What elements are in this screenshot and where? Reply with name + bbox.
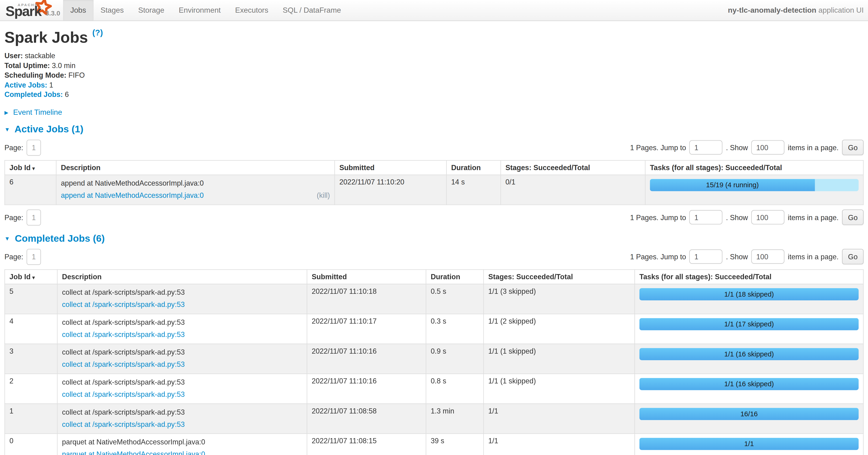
collapse-right-icon: ▶ — [4, 109, 8, 115]
col-header-duration[interactable]: Duration — [426, 269, 484, 284]
tab-executors[interactable]: Executors — [228, 0, 275, 21]
progress-fill: 1/1 — [640, 438, 859, 450]
col-header-stages-succeeded-total[interactable]: Stages: Succeeded/Total — [501, 160, 645, 175]
go-button[interactable]: Go — [842, 209, 864, 225]
description-text: collect at /spark-scripts/spark-ad.py:53 — [62, 288, 302, 297]
duration-cell: 1.3 min — [426, 403, 484, 433]
progress-fill: 1/1 (16 skipped) — [640, 377, 859, 390]
col-header-stages-succeeded-total[interactable]: Stages: Succeeded/Total — [484, 269, 635, 284]
tab-jobs[interactable]: Jobs — [63, 0, 93, 21]
application-title: ny-tlc-anomaly-detection application UI — [728, 0, 864, 21]
kill-link[interactable]: (kill) — [317, 191, 330, 200]
col-header-description[interactable]: Description — [57, 269, 307, 284]
page-number-box[interactable]: 1 — [27, 249, 41, 264]
stages-cell: 1/1 (3 skipped) — [484, 284, 635, 314]
page-title: Spark Jobs (?) — [4, 29, 864, 47]
table-row: 1collect at /spark-scripts/spark-ad.py:5… — [5, 403, 863, 433]
description-link[interactable]: append at NativeMethodAccessorImpl.java:… — [61, 191, 204, 200]
description-link[interactable]: collect at /spark-scripts/spark-ad.py:53 — [62, 420, 185, 429]
tasks-cell: 16/16 — [635, 403, 864, 433]
duration-cell: 0.8 s — [426, 374, 484, 404]
description-link[interactable]: collect at /spark-scripts/spark-ad.py:53 — [62, 300, 185, 309]
help-tooltip-icon[interactable]: (?) — [92, 27, 103, 37]
progress-fill: 15/19 (4 running) — [650, 179, 815, 191]
tab-stages[interactable]: Stages — [93, 0, 131, 21]
progress-fill: 16/16 — [640, 407, 859, 420]
description-link[interactable]: collect at /spark-scripts/spark-ad.py:53 — [62, 360, 185, 369]
items-per-page-text: items in a page. — [788, 213, 839, 221]
col-header-job-id[interactable]: Job Id▾ — [5, 160, 56, 175]
col-header-tasks-for-all-stages-succeeded-total[interactable]: Tasks (for all stages): Succeeded/Total — [635, 269, 864, 284]
duration-cell: 0.3 s — [426, 314, 484, 344]
application-name: ny-tlc-anomaly-detection — [728, 6, 816, 14]
application-ui-suffix: application UI — [818, 6, 864, 14]
summary-value: 6 — [63, 90, 69, 98]
tab-sql-dataframe[interactable]: SQL / DataFrame — [275, 0, 348, 21]
submitted-cell: 2022/11/07 11:10:17 — [307, 314, 426, 344]
tasks-progress-bar: 1/1 (16 skipped) — [640, 377, 859, 390]
tasks-cell: 1/1 (17 skipped) — [635, 314, 864, 344]
stages-cell: 1/1 (1 skipped) — [484, 374, 635, 404]
tasks-cell: 1/1 (16 skipped) — [635, 344, 864, 374]
show-count-input[interactable] — [751, 140, 784, 154]
description-link[interactable]: collect at /spark-scripts/spark-ad.py:53 — [62, 330, 185, 339]
jump-to-input[interactable] — [689, 140, 723, 154]
submitted-cell: 2022/11/07 11:10:20 — [335, 175, 446, 205]
progress-fill: 1/1 (17 skipped) — [640, 318, 859, 330]
items-per-page-text: items in a page. — [788, 253, 839, 261]
stages-cell: 0/1 — [501, 175, 645, 205]
page-number-box[interactable]: 1 — [27, 139, 41, 155]
col-header-duration[interactable]: Duration — [446, 160, 501, 175]
col-header-submitted[interactable]: Submitted — [307, 269, 426, 284]
stages-cell: 1/1 (2 skipped) — [484, 314, 635, 344]
tasks-progress-bar: 1/1 — [640, 438, 859, 450]
jump-to-input[interactable] — [689, 250, 723, 264]
tasks-cell: 1/1 (16 skipped) — [635, 374, 864, 404]
spark-logo: APACHE Spark 3.3.0 — [3, 0, 61, 21]
description-text: append at NativeMethodAccessorImpl.java:… — [61, 179, 330, 188]
col-header-description[interactable]: Description — [56, 160, 335, 175]
submitted-cell: 2022/11/07 11:10:16 — [307, 344, 426, 374]
job-id-cell: 4 — [5, 314, 57, 344]
tab-environment[interactable]: Environment — [172, 0, 228, 21]
job-id-cell: 2 — [5, 374, 57, 404]
summary-value: FIFO — [66, 71, 85, 79]
jump-to-input[interactable] — [689, 210, 723, 224]
progress-fill: 1/1 (16 skipped) — [640, 348, 859, 360]
tasks-progress-bar: 1/1 (16 skipped) — [640, 348, 859, 360]
items-per-page-text: items in a page. — [788, 143, 839, 151]
description-link[interactable]: collect at /spark-scripts/spark-ad.py:53 — [62, 390, 185, 399]
pagination-bar: Page: 1 1 Pages. Jump to . Show items in… — [4, 139, 864, 155]
description-cell: collect at /spark-scripts/spark-ad.py:53… — [57, 374, 307, 404]
go-button[interactable]: Go — [842, 140, 864, 155]
sort-desc-icon: ▾ — [32, 165, 35, 171]
col-header-job-id[interactable]: Job Id▾ — [5, 269, 57, 284]
go-button[interactable]: Go — [842, 249, 864, 264]
submitted-cell: 2022/11/07 11:10:18 — [307, 284, 426, 314]
tab-storage[interactable]: Storage — [131, 0, 172, 21]
active-jobs-header[interactable]: ▼ Active Jobs (1) — [4, 123, 864, 135]
show-count-input[interactable] — [751, 250, 784, 264]
show-text: . Show — [726, 213, 748, 221]
col-header-submitted[interactable]: Submitted — [335, 160, 446, 175]
summary-value: stackable — [23, 52, 55, 60]
page-number-box[interactable]: 1 — [27, 209, 41, 225]
summary-value: 1 — [47, 81, 53, 89]
job-id-cell: 0 — [5, 433, 57, 455]
completed-jobs-header[interactable]: ▼ Completed Jobs (6) — [4, 232, 864, 244]
col-header-tasks-for-all-stages-succeeded-total[interactable]: Tasks (for all stages): Succeeded/Total — [645, 160, 864, 175]
summary-link-label[interactable]: Active Jobs: — [4, 81, 48, 89]
description-link[interactable]: parquet at NativeMethodAccessorImpl.java… — [62, 450, 205, 455]
show-count-input[interactable] — [751, 210, 784, 224]
table-row: 3collect at /spark-scripts/spark-ad.py:5… — [5, 344, 863, 374]
summary-active-jobs: Active Jobs: 1 — [4, 80, 864, 90]
summary-completed-jobs: Completed Jobs: 6 — [4, 90, 864, 99]
description-text: collect at /spark-scripts/spark-ad.py:53 — [62, 377, 302, 387]
job-id-cell: 5 — [5, 284, 57, 314]
table-row: 0parquet at NativeMethodAccessorImpl.jav… — [5, 433, 863, 455]
summary-link-label[interactable]: Completed Jobs: — [4, 90, 63, 98]
page-label: Page: — [4, 143, 23, 151]
show-text: . Show — [726, 143, 748, 151]
collapse-down-icon: ▼ — [4, 235, 10, 241]
event-timeline-toggle[interactable]: ▶ Event Timeline — [4, 108, 864, 116]
